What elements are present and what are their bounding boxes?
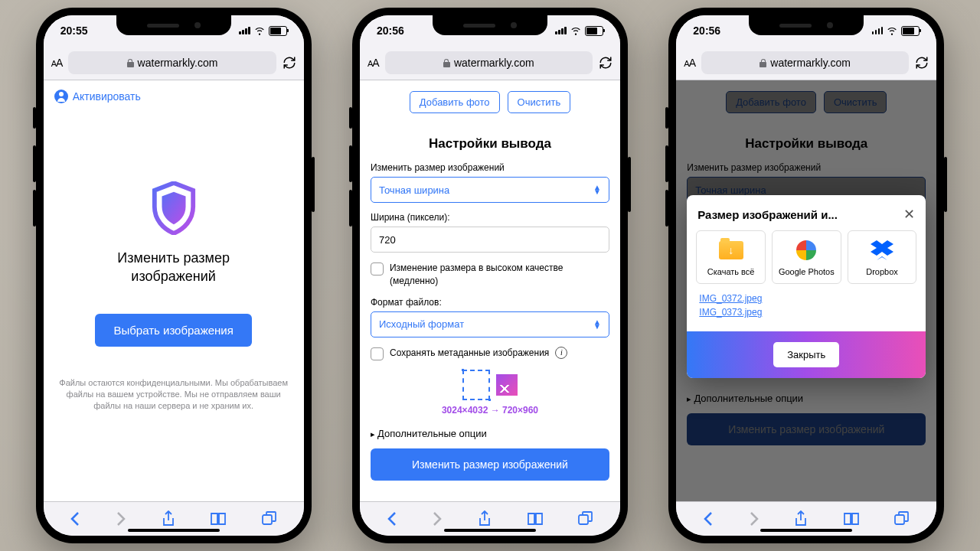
back-icon[interactable] [70,511,80,527]
chevron-updown-icon: ▲▼ [593,185,601,194]
resize-mode-select[interactable]: Точная ширина ▲▼ [371,177,609,203]
battery-icon [585,26,603,36]
back-icon[interactable] [387,511,397,527]
clear-button[interactable]: Очистить [508,91,571,113]
bookmarks-icon[interactable] [527,512,544,526]
file-link[interactable]: IMG_0372.jpeg [699,293,913,304]
share-icon[interactable] [478,510,492,527]
home-indicator [444,529,536,532]
select-images-button[interactable]: Выбрать изображения [95,314,251,347]
download-folder-icon [719,241,743,259]
bookmarks-icon[interactable] [210,512,227,526]
shield-logo-icon [150,181,198,235]
resized-size-icon [496,374,518,396]
chevron-updown-icon: ▲▼ [593,320,601,329]
dropbox-icon [871,240,893,260]
activate-link[interactable]: Активировать [44,80,304,112]
url-field[interactable]: watermarkly.com [385,51,593,74]
width-label: Ширина (пиксели): [371,212,609,223]
share-icon[interactable] [794,510,808,527]
share-icon[interactable] [162,510,175,527]
clock: 20:56 [693,24,720,37]
text-size-button[interactable]: AA [51,57,63,69]
notch [116,15,231,35]
clock: 20:56 [377,24,404,37]
text-size-button[interactable]: AA [684,57,695,69]
hq-label: Изменение размера в высоком качестве (ме… [390,262,609,288]
phone-frame-2: 20:56 AA watermarkly.com Добавить фото О… [352,8,628,543]
lock-icon [127,59,134,67]
clock: 20:55 [60,24,88,37]
svg-rect-0 [263,515,272,524]
page-title: Изменить размер изображений [117,249,230,286]
url-field[interactable]: watermarkly.com [701,51,909,74]
download-all-card[interactable]: Скачать всё [696,230,766,284]
reload-icon[interactable] [915,56,929,70]
bookmarks-icon[interactable] [843,512,860,526]
dimensions-text: 3024×4032 → 720×960 [371,405,609,416]
format-select[interactable]: Исходный формат ▲▼ [371,311,609,337]
reload-icon[interactable] [599,56,612,70]
notch [433,15,547,35]
cellular-icon [872,27,884,34]
user-icon [54,90,68,103]
battery-icon [901,26,920,36]
address-bar: AA watermarkly.com [44,46,304,80]
tabs-icon[interactable] [578,511,593,527]
battery-icon [269,26,287,36]
metadata-checkbox[interactable] [371,347,384,360]
address-bar: AA watermarkly.com [676,46,936,80]
home-indicator [760,529,852,532]
tabs-icon[interactable] [262,511,277,527]
lock-icon [443,59,450,67]
url-field[interactable]: watermarkly.com [68,51,276,74]
home-indicator [128,529,220,532]
cellular-icon [239,27,250,34]
original-size-icon [462,370,490,400]
forward-icon [432,511,443,527]
phone-frame-3: 20:56 AA watermarkly.com Добавить фото О… [668,8,944,543]
tabs-icon[interactable] [894,511,910,527]
info-icon[interactable]: i [555,347,567,359]
svg-rect-1 [579,515,588,524]
forward-icon [116,511,126,527]
address-bar: AA watermarkly.com [360,46,620,80]
google-photos-icon [796,240,816,260]
notch [749,15,864,35]
wifi-icon [254,25,265,36]
modal-title: Размер изображений и... [697,208,838,221]
hq-checkbox[interactable] [371,262,384,276]
wifi-icon [887,25,897,36]
advanced-toggle[interactable]: Дополнительные опции [371,428,609,439]
file-link[interactable]: IMG_0373.jpeg [699,307,913,318]
reload-icon[interactable] [283,56,296,70]
settings-heading: Настройки вывода [371,136,609,152]
add-photo-button[interactable]: Добавить фото [410,91,500,113]
cellular-icon [555,27,567,34]
privacy-text: Файлы остаются конфиденциальными. Мы обр… [44,377,304,412]
back-icon[interactable] [703,511,714,527]
lock-icon [760,59,766,67]
format-label: Формат файлов: [371,297,609,308]
resize-button[interactable]: Изменить размер изображений [371,448,609,481]
svg-rect-2 [895,515,904,524]
text-size-button[interactable]: AA [368,57,379,69]
file-list: IMG_0372.jpeg IMG_0373.jpeg [687,293,926,331]
dropbox-card[interactable]: Dropbox [848,230,917,284]
width-input[interactable] [371,227,609,253]
google-photos-card[interactable]: Google Photos [772,230,841,284]
close-icon[interactable]: ✕ [903,206,915,223]
size-preview [371,370,609,400]
resize-mode-label: Изменить размер изображений [371,162,609,173]
wifi-icon [570,25,581,36]
download-modal: Размер изображений и... ✕ Скачать всё Go… [687,195,926,378]
modal-close-button[interactable]: Закрыть [773,342,839,367]
metadata-label: Сохранять метаданные изображения [390,347,549,360]
forward-icon [749,511,760,527]
phone-frame-1: 20:55 AA watermarkly.com Активировать [36,8,312,543]
